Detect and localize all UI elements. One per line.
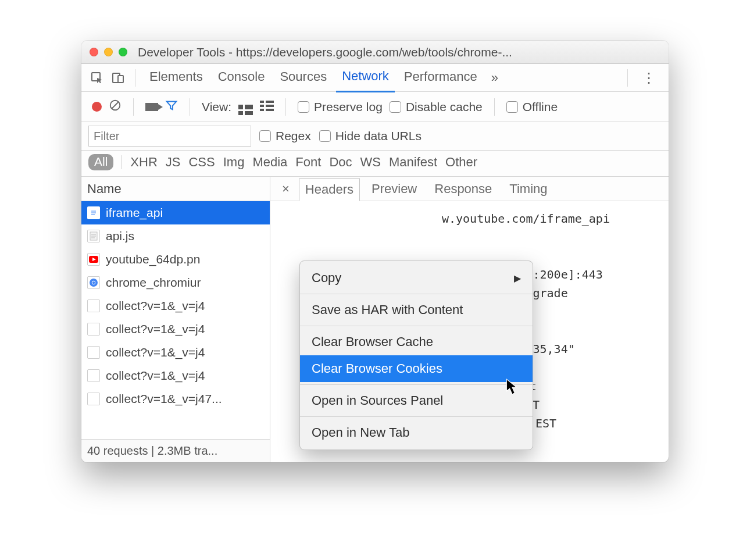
file-icon — [87, 369, 100, 382]
request-row[interactable]: collect?v=1&_v=j4 — [81, 364, 270, 387]
menu-item[interactable]: Copy▶ — [300, 265, 533, 291]
titlebar: Developer Tools - https://developers.goo… — [81, 41, 669, 64]
request-name: collect?v=1&_v=j47... — [106, 392, 222, 406]
menu-item[interactable]: Clear Browser Cookies — [300, 355, 533, 382]
filter-row: Regex Hide data URLs — [81, 122, 669, 151]
file-icon — [87, 346, 100, 359]
status-bar: 40 requests | 2.3MB tra... — [81, 439, 270, 462]
request-row[interactable]: collect?v=1&_v=j47... — [81, 387, 270, 411]
request-name: collect?v=1&_v=j4 — [106, 322, 205, 336]
disable-cache-checkbox[interactable]: Disable cache — [390, 100, 483, 114]
minimize-window-button[interactable] — [104, 48, 113, 56]
request-list: iframe_apiapi.jsyoutube_64dp.pnchrome_ch… — [81, 201, 270, 439]
menu-item[interactable]: Open in New Tab — [300, 419, 533, 446]
menu-item-label: Clear Browser Cache — [312, 334, 433, 349]
request-name: youtube_64dp.pn — [106, 252, 200, 266]
window-title: Developer Tools - https://developers.goo… — [138, 45, 512, 59]
name-column-header[interactable]: Name — [81, 177, 270, 201]
close-window-button[interactable] — [90, 48, 98, 56]
tab-network[interactable]: Network — [336, 63, 395, 92]
svg-line-4 — [112, 102, 119, 109]
detail-tabs: × Headers Preview Response Timing — [270, 177, 669, 201]
view-large-icon[interactable] — [238, 98, 253, 116]
type-ws[interactable]: WS — [360, 155, 381, 170]
separator — [135, 69, 135, 87]
type-filter-row: All XHR JS CSS Img Media Font Doc WS Man… — [81, 151, 669, 177]
menu-divider — [300, 384, 533, 385]
request-name: iframe_api — [106, 206, 163, 220]
svg-rect-8 — [266, 105, 274, 107]
menu-item-label: Save as HAR with Content — [312, 302, 463, 318]
type-css[interactable]: CSS — [188, 155, 215, 170]
clear-button[interactable] — [109, 99, 122, 115]
menu-item-label: Open in Sources Panel — [312, 393, 443, 408]
record-button[interactable] — [92, 102, 102, 112]
menu-item-label: Copy — [312, 270, 341, 286]
file-icon — [87, 276, 100, 289]
svg-rect-10 — [266, 109, 274, 111]
request-row[interactable]: iframe_api — [81, 201, 270, 224]
menu-item-label: Clear Browser Cookies — [312, 361, 442, 376]
zoom-window-button[interactable] — [119, 48, 127, 56]
tab-performance[interactable]: Performance — [398, 64, 483, 91]
type-manifest[interactable]: Manifest — [389, 155, 437, 170]
detail-tab-preview[interactable]: Preview — [366, 178, 423, 200]
tab-elements[interactable]: Elements — [144, 64, 209, 91]
request-row[interactable]: collect?v=1&_v=j4 — [81, 341, 270, 364]
type-media[interactable]: Media — [252, 155, 287, 170]
tab-console[interactable]: Console — [212, 64, 271, 91]
detail-tab-response[interactable]: Response — [428, 178, 498, 200]
separator — [494, 98, 495, 116]
type-doc[interactable]: Doc — [329, 155, 352, 170]
type-img[interactable]: Img — [223, 155, 245, 170]
request-row[interactable]: youtube_64dp.pn — [81, 248, 270, 271]
submenu-arrow-icon: ▶ — [514, 273, 521, 284]
detail-tab-timing[interactable]: Timing — [503, 178, 553, 200]
menu-item-label: Open in New Tab — [312, 425, 409, 440]
request-row[interactable]: collect?v=1&_v=j4 — [81, 294, 270, 318]
requests-column: Name iframe_apiapi.jsyoutube_64dp.pnchro… — [81, 177, 270, 462]
request-row[interactable]: api.js — [81, 224, 270, 248]
separator — [190, 98, 190, 116]
type-other[interactable]: Other — [445, 155, 477, 170]
offline-checkbox[interactable]: Offline — [506, 100, 558, 114]
request-row[interactable]: collect?v=1&_v=j4 — [81, 318, 270, 341]
inspect-icon[interactable] — [88, 69, 106, 87]
detail-tab-headers[interactable]: Headers — [299, 178, 360, 201]
svg-rect-2 — [118, 76, 123, 83]
close-detail-button[interactable]: × — [278, 181, 293, 197]
screenshots-icon[interactable] — [145, 103, 158, 111]
network-toolbar: View: Preserve log Disable cache Offline — [81, 92, 669, 122]
traffic-lights — [90, 48, 127, 56]
menu-item[interactable]: Save as HAR with Content — [300, 297, 533, 323]
hide-data-urls-checkbox[interactable]: Hide data URLs — [319, 129, 422, 143]
tab-sources[interactable]: Sources — [274, 64, 333, 91]
separator — [285, 98, 286, 116]
view-label: View: — [202, 100, 231, 114]
separator — [133, 98, 134, 116]
tabs-overflow-button[interactable]: » — [487, 70, 503, 85]
file-icon — [87, 323, 100, 336]
settings-kebab-button[interactable]: ⋮ — [636, 70, 662, 86]
svg-rect-9 — [260, 109, 264, 111]
type-all[interactable]: All — [88, 154, 113, 170]
menu-item[interactable]: Open in Sources Panel — [300, 387, 533, 414]
type-js[interactable]: JS — [166, 155, 181, 170]
request-name: collect?v=1&_v=j4 — [106, 299, 205, 313]
type-font[interactable]: Font — [295, 155, 321, 170]
devtools-window: Developer Tools - https://developers.goo… — [81, 41, 669, 462]
separator — [122, 155, 122, 169]
menu-item[interactable]: Clear Browser Cache — [300, 329, 533, 355]
file-icon — [87, 253, 100, 266]
view-small-icon[interactable] — [260, 100, 274, 114]
svg-rect-6 — [266, 101, 274, 103]
type-xhr[interactable]: XHR — [130, 155, 157, 170]
filter-input[interactable] — [88, 126, 251, 147]
request-name: api.js — [106, 229, 134, 243]
filter-toggle-icon[interactable] — [165, 99, 178, 115]
request-row[interactable]: chrome_chromiur — [81, 271, 270, 294]
request-name: collect?v=1&_v=j4 — [106, 345, 205, 359]
preserve-log-checkbox[interactable]: Preserve log — [298, 100, 383, 114]
device-toggle-icon[interactable] — [109, 69, 127, 87]
regex-checkbox[interactable]: Regex — [259, 129, 311, 143]
